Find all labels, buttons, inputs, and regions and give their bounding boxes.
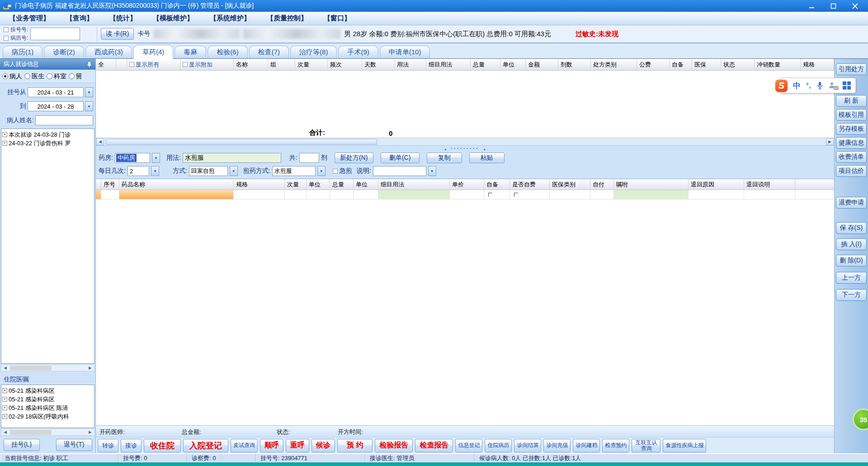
tree-item[interactable]: 05-21 感染科病区 [2, 386, 93, 395]
maximize-button[interactable] [830, 3, 836, 9]
scroll-left-icon[interactable]: ◀ [2, 429, 9, 435]
register-button[interactable]: 挂号(L) [4, 439, 40, 451]
appointment-button[interactable]: 预 约 [337, 439, 373, 452]
delete-rx-button[interactable]: 删单(C) [381, 152, 420, 163]
prev-rx-button[interactable]: 上一方 [836, 272, 867, 284]
checkbox-corner-icon[interactable] [488, 193, 492, 197]
checkbox-corner-icon[interactable] [514, 193, 518, 197]
daily-times-dropdown-icon[interactable] [151, 166, 159, 176]
show-extra-checkbox[interactable] [183, 62, 188, 67]
clinic-recharge-button[interactable]: 诊间充值 [543, 439, 571, 452]
tab-herbal[interactable]: 草药(4) [133, 45, 173, 59]
clinic-settle-button[interactable]: 诊间结算 [514, 439, 541, 452]
radio-doctor[interactable] [24, 73, 30, 79]
orders-tree-scrollbar[interactable]: ◀▶ [1, 428, 94, 436]
method-select[interactable]: 回家自煎 [189, 166, 228, 176]
radio-department[interactable] [47, 73, 52, 79]
minimize-button[interactable] [808, 3, 815, 9]
mrn-checkbox[interactable] [4, 36, 9, 41]
inpatient-record-button[interactable]: 住院病历 [485, 439, 512, 452]
copy-button[interactable]: 复制 [427, 152, 462, 163]
scroll-right-icon[interactable]: ▶ [87, 429, 94, 435]
refund-apply-button[interactable]: 退费申请 [836, 197, 867, 209]
cancel-register-button[interactable]: 退号(T) [56, 439, 92, 451]
refer-button[interactable]: 转诊 [98, 439, 118, 452]
tab-narcotics[interactable]: 毒麻 [175, 46, 206, 58]
exam-report-button[interactable]: 检查报告 [415, 439, 453, 452]
admission-register-button[interactable]: 入院登记 [183, 439, 228, 452]
save-button[interactable]: 保 存(S) [836, 222, 867, 234]
health-info-button[interactable]: 健康信息 [836, 137, 867, 149]
menu-system[interactable]: 【系统维护】 [210, 14, 250, 23]
expand-icon[interactable] [2, 132, 7, 137]
patient-name-input[interactable] [35, 115, 93, 125]
sogou-logo-icon[interactable]: S [775, 80, 788, 92]
panel-splitter[interactable] [96, 145, 834, 150]
lab-report-button[interactable]: 检验报告 [375, 439, 413, 452]
date-to-input[interactable]: 2024 - 03 - 28 [28, 101, 84, 111]
read-card-button[interactable]: 读 卡(R) [101, 28, 134, 40]
tree-item[interactable]: 05-21 感染科病区 [2, 395, 93, 404]
pin-icon[interactable] [87, 62, 92, 67]
new-rx-button[interactable]: 新处方(N) [335, 152, 373, 163]
clinic-archive-button[interactable]: 诊间建档 [573, 439, 600, 452]
tree-item[interactable]: 24-03-22 门诊骨伤科 罗 [2, 139, 93, 147]
cite-rx-button[interactable]: 引用处方 [836, 63, 867, 75]
tree-item[interactable]: 02-29 18病区(呼吸内科 [2, 412, 93, 421]
total-doses-input[interactable] [299, 153, 319, 163]
menu-window[interactable]: 【窗口】 [324, 14, 351, 23]
date-from-input[interactable]: 2024 - 03 - 21 [28, 87, 84, 97]
grid-horizontal-scrollbar[interactable]: ◀ ▶ [96, 138, 834, 145]
tree-item[interactable]: 本次就诊 24-03-28 门诊 [2, 130, 93, 139]
expand-icon[interactable] [2, 141, 7, 146]
expand-icon[interactable] [2, 388, 7, 393]
menu-quality[interactable]: 【质量控制】 [267, 14, 307, 23]
scroll-right-icon[interactable]: ▶ [87, 365, 94, 371]
waiting-button[interactable]: 候诊 [311, 439, 335, 452]
fee-list-button[interactable]: 收费清单 [836, 151, 867, 163]
date-from-dropdown-icon[interactable] [85, 87, 93, 97]
decoct-dropdown-icon[interactable] [317, 166, 326, 176]
tab-treatment[interactable]: 治疗等(8) [290, 46, 337, 58]
note-dropdown-icon[interactable] [428, 166, 436, 176]
menu-template[interactable]: 【模板维护】 [153, 14, 193, 23]
urgent-checkbox[interactable] [333, 169, 338, 174]
drug-name-cell[interactable] [119, 190, 234, 199]
foodborne-disease-report-button[interactable]: 食源性疾病上报 [663, 439, 706, 452]
menu-business[interactable]: 【业务管理】 [9, 14, 50, 23]
info-register-button[interactable]: 信息登记 [455, 439, 482, 452]
date-to-dropdown-icon[interactable] [85, 101, 93, 111]
daily-times-input[interactable]: 2 [127, 166, 149, 176]
tab-exam[interactable]: 检查(7) [249, 46, 289, 58]
exam-appointment-button[interactable]: 检查预约 [602, 439, 629, 452]
tab-lab[interactable]: 检验(6) [208, 46, 247, 58]
template-cite-button[interactable]: 模板引用 [836, 109, 867, 121]
expand-icon[interactable] [2, 414, 7, 419]
scroll-right-icon[interactable]: ▶ [826, 138, 834, 145]
ime-punctuation-icon[interactable]: °, [806, 82, 811, 89]
pharmacy-dropdown-icon[interactable] [152, 153, 160, 163]
ime-toolbox-icon[interactable] [843, 81, 851, 90]
scroll-left-icon[interactable]: ◀ [96, 138, 104, 145]
decoct-method-select[interactable]: 水煎服 [272, 166, 316, 176]
item-estimate-button[interactable]: 项目估价 [836, 165, 867, 177]
scroll-thumb[interactable] [106, 139, 377, 145]
paste-button[interactable]: 粘贴 [469, 152, 505, 163]
tab-diagnosis[interactable]: 诊断(2) [44, 46, 84, 58]
drug-table-row[interactable] [96, 190, 834, 200]
method-dropdown-icon[interactable] [230, 166, 238, 176]
delete-button[interactable]: 删 除(D) [836, 255, 867, 266]
next-rx-button[interactable]: 下一方 [836, 289, 867, 301]
visit-tree-scrollbar[interactable]: ◀▶ [1, 364, 94, 371]
skin-test-query-button[interactable]: 皮试查询 [231, 439, 258, 452]
tab-application[interactable]: 申请单(10) [380, 46, 430, 58]
pharmacy-select[interactable]: 中药房 [115, 153, 150, 163]
microphone-icon[interactable] [817, 81, 823, 90]
menu-statistics[interactable]: 【统计】 [109, 14, 137, 23]
save-as-template-button[interactable]: 另存模板 [836, 123, 867, 135]
insert-button[interactable]: 插 入(I) [836, 238, 867, 250]
reg-no-input[interactable] [30, 28, 80, 40]
reg-no-checkbox[interactable] [4, 27, 9, 32]
tab-western-medicine[interactable]: 西成药(3) [85, 46, 132, 58]
tab-surgery[interactable]: 手术(9) [338, 46, 378, 58]
